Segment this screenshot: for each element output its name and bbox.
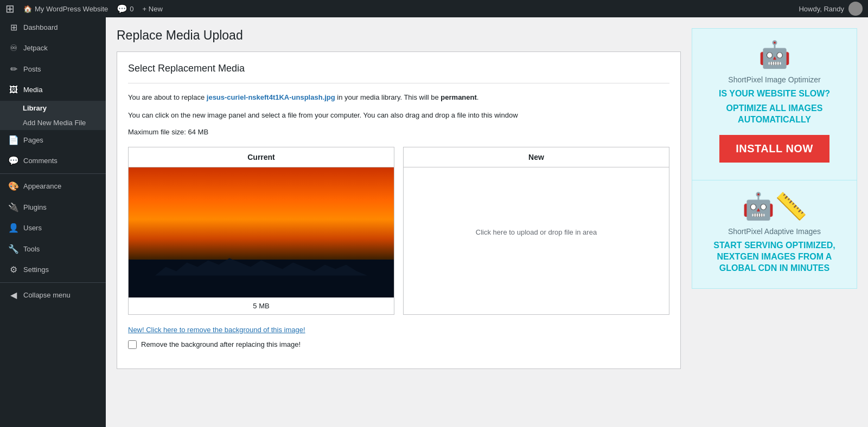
new-label: + New: [143, 5, 163, 13]
collapse-icon: ◀: [8, 289, 19, 301]
desc-line2: You can click on the new image panel and…: [128, 110, 669, 121]
media-submenu: Library Add New Media File: [0, 101, 106, 130]
sidebar-item-appearance[interactable]: 🎨 Appearance: [0, 176, 106, 197]
sidebar-label-settings: Settings: [23, 265, 49, 275]
new-panel-header: New: [404, 147, 669, 167]
sidebar-label-users: Users: [23, 223, 42, 233]
sidebar-label-posts: Posts: [23, 64, 41, 74]
replace-media-card: Select Replacement Media You are about t…: [117, 51, 681, 369]
collapse-menu-button[interactable]: ◀ Collapse menu: [0, 285, 106, 306]
comments-sidebar-icon: 💬: [8, 155, 19, 167]
sidebar-label-tools: Tools: [23, 244, 40, 254]
avatar[interactable]: [848, 2, 863, 16]
sidebar-label-media: Media: [23, 85, 42, 95]
bg-remove-link[interactable]: New! Click here to remove the background…: [128, 326, 669, 334]
sidebar-sep-2: [0, 282, 106, 283]
sidebar-label-plugins: Plugins: [23, 203, 47, 212]
sidebar-label-comments: Comments: [23, 156, 58, 166]
pages-icon: 📄: [8, 134, 19, 146]
users-icon: 👤: [8, 222, 19, 234]
ad2-headline1: START SERVING OPTIMIZED, NEXTGEN IMAGES …: [703, 240, 846, 274]
jetpack-icon: ♾: [8, 42, 19, 54]
sidebar-item-settings[interactable]: ⚙ Settings: [0, 260, 106, 280]
appearance-icon: 🎨: [8, 180, 19, 192]
current-panel-body: 2560 x 1707: [129, 167, 394, 297]
file-size-info: Maximum file size: 64 MB: [128, 128, 669, 136]
description-text: You are about to replace jesus-curiel-ns…: [128, 92, 669, 103]
current-panel-footer: 5 MB: [129, 297, 394, 314]
comments-count: 0: [130, 5, 133, 13]
sidebar-label-jetpack: Jetpack: [23, 43, 48, 53]
comments-link[interactable]: 💬 0: [117, 4, 133, 14]
home-icon: 🏠: [23, 5, 32, 13]
filename-link[interactable]: jesus-curiel-nskeft4t1KA-unsplash.jpg: [207, 93, 335, 101]
sidebar-item-jetpack[interactable]: ♾ Jetpack: [0, 38, 106, 59]
greeting-text: Howdy, Randy: [799, 5, 844, 13]
sidebar-label-appearance: Appearance: [23, 182, 61, 191]
ad-panel-shortpixel: 🤖 ShortPixel Image Optimizer IS YOUR WEB…: [692, 28, 857, 180]
ad1-robot-icon: 🤖: [703, 40, 846, 70]
media-icon: 🖼: [8, 84, 19, 96]
ad1-title: ShortPixel Image Optimizer: [703, 75, 846, 84]
site-name-link[interactable]: 🏠 My WordPress Website: [23, 5, 108, 13]
media-panels: Current 2560 x 1707: [128, 147, 669, 315]
sidebar-item-plugins[interactable]: 🔌 Plugins: [0, 197, 106, 218]
comment-icon: 💬: [117, 4, 127, 14]
dashboard-icon: ⊞: [8, 22, 19, 34]
collapse-label: Collapse menu: [23, 290, 71, 300]
sidebar-label-dashboard: Dashboard: [23, 23, 58, 33]
site-name: My WordPress Website: [35, 5, 108, 13]
current-media-panel: Current 2560 x 1707: [128, 147, 394, 315]
tools-icon: 🔧: [8, 243, 19, 255]
ad-panel-adaptive: 🤖📏 ShortPixel Adaptive Images START SERV…: [692, 180, 857, 288]
upload-prompt: Click here to upload or drop file in are…: [476, 228, 597, 236]
sidebar: ⊞ Dashboard ♾ Jetpack ✏ Posts 🖼 Media Li…: [0, 17, 106, 427]
sidebar-item-users[interactable]: 👤 Users: [0, 218, 106, 238]
install-now-button[interactable]: INSTALL NOW: [719, 135, 829, 163]
permanent-text: permanent: [441, 93, 476, 101]
checkbox-label: Remove the background after replacing th…: [141, 340, 301, 348]
ad2-robot-icon: 🤖📏: [703, 191, 846, 222]
ad2-title: ShortPixel Adaptive Images: [703, 227, 846, 236]
current-panel-header: Current: [129, 147, 394, 167]
ad1-headline2: OPTIMIZE ALL IMAGES AUTOMATICALLY: [703, 103, 846, 126]
desc-part1: You are about to replace: [128, 93, 207, 101]
sidebar-item-dashboard[interactable]: ⊞ Dashboard: [0, 17, 106, 38]
settings-icon: ⚙: [8, 264, 19, 276]
bg-remove-checkbox[interactable]: [128, 340, 137, 349]
posts-icon: ✏: [8, 63, 19, 75]
current-image: 2560 x 1707: [129, 167, 394, 297]
page-title: Replace Media Upload: [117, 28, 681, 43]
sidebar-item-tools[interactable]: 🔧 Tools: [0, 239, 106, 260]
ad-sidebar: 🤖 ShortPixel Image Optimizer IS YOUR WEB…: [692, 28, 857, 289]
new-panel-upload-area[interactable]: Click here to upload or drop file in are…: [404, 167, 669, 297]
admin-bar: ⊞ 🏠 My WordPress Website 💬 0 + New Howdy…: [0, 0, 868, 17]
current-image-bg: 2560 x 1707: [129, 167, 394, 297]
new-content-link[interactable]: + New: [143, 5, 163, 13]
sidebar-item-comments[interactable]: 💬 Comments: [0, 151, 106, 171]
sidebar-sep-1: [0, 173, 106, 174]
wp-logo-icon[interactable]: ⊞: [5, 2, 15, 15]
desc-part2: in your media library. This will be: [335, 93, 441, 101]
plugins-icon: 🔌: [8, 202, 19, 214]
ad1-headline1: IS YOUR WEBSITE SLOW?: [703, 88, 846, 100]
sidebar-subitem-add-new[interactable]: Add New Media File: [0, 115, 106, 130]
card-title: Select Replacement Media: [128, 63, 669, 83]
wp-layout: ⊞ Dashboard ♾ Jetpack ✏ Posts 🖼 Media Li…: [0, 17, 868, 427]
page-area: Replace Media Upload Select Replacement …: [117, 28, 681, 369]
admin-bar-right: Howdy, Randy: [799, 2, 863, 16]
main-content: Replace Media Upload Select Replacement …: [106, 17, 868, 427]
desc-part3: .: [477, 93, 479, 101]
sidebar-item-media[interactable]: 🖼 Media: [0, 80, 106, 100]
sidebar-subitem-library[interactable]: Library: [0, 101, 106, 115]
sidebar-item-pages[interactable]: 📄 Pages: [0, 130, 106, 151]
new-media-panel[interactable]: New Click here to upload or drop file in…: [403, 147, 669, 315]
sidebar-label-pages: Pages: [23, 135, 43, 145]
checkbox-row: Remove the background after replacing th…: [128, 340, 669, 349]
sidebar-item-posts[interactable]: ✏ Posts: [0, 59, 106, 80]
